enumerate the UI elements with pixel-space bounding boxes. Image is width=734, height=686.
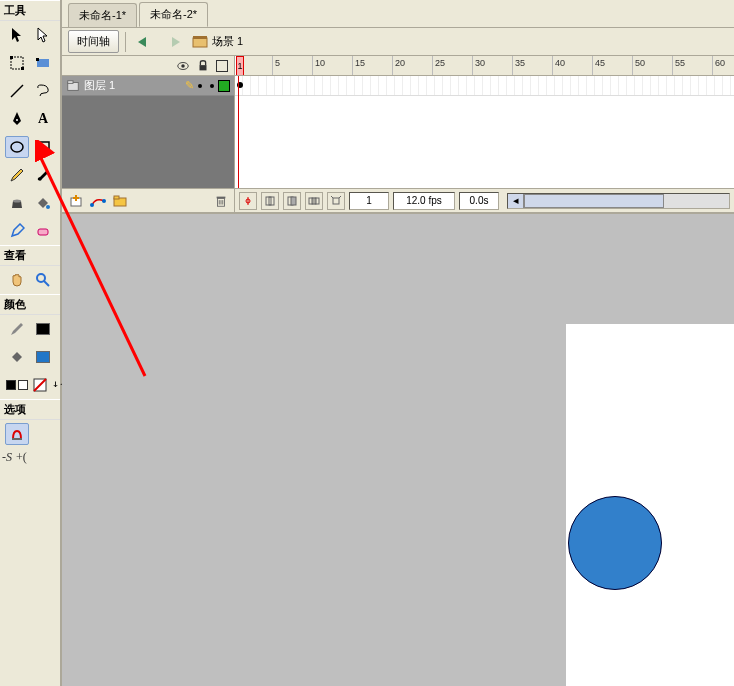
pencil-tool[interactable]: [5, 164, 29, 186]
tab-doc2[interactable]: 未命名-2*: [139, 2, 208, 27]
svg-rect-30: [217, 196, 226, 198]
lock-icon[interactable]: [196, 59, 210, 73]
modify-onion-markers-btn[interactable]: [327, 192, 345, 210]
svg-rect-39: [291, 197, 296, 205]
center-frame-btn[interactable]: [239, 192, 257, 210]
svg-line-5: [11, 85, 23, 97]
svg-rect-18: [193, 36, 207, 39]
oval-shape[interactable]: [568, 496, 662, 590]
main-area: 未命名-1* 未命名-2* 时间轴 场景 1 1 5 10: [62, 0, 734, 686]
rectangle-tool[interactable]: [31, 136, 55, 158]
ruler-tick: 25: [432, 56, 445, 75]
fill-swatch: [36, 351, 50, 363]
stroke-swatch: [36, 323, 50, 335]
svg-rect-8: [37, 142, 49, 152]
ruler-frame-1[interactable]: 1: [236, 56, 244, 75]
pen-tool[interactable]: [5, 108, 29, 130]
ink-bottle-tool[interactable]: [5, 192, 29, 214]
ruler-tick: 5: [272, 56, 280, 75]
ruler-tick: 45: [592, 56, 605, 75]
selection-tool[interactable]: [5, 24, 29, 46]
svg-point-12: [37, 274, 45, 282]
stroke-color-swatch[interactable]: [31, 318, 55, 340]
forward-arrow-btn[interactable]: [162, 32, 186, 52]
svg-rect-16: [12, 438, 22, 440]
edit-multiple-frames-btn[interactable]: [305, 192, 323, 210]
eyedropper-tool[interactable]: [5, 220, 29, 242]
line-tool[interactable]: [5, 80, 29, 102]
fill-color-swatch[interactable]: [31, 346, 55, 368]
svg-line-13: [44, 281, 49, 286]
hscroll-left-btn[interactable]: ◂: [508, 194, 524, 208]
view-section-title: 查看: [0, 245, 60, 266]
svg-point-7: [11, 142, 23, 152]
frames-area[interactable]: [235, 76, 734, 188]
delete-layer-btn[interactable]: [214, 194, 228, 208]
eye-icon[interactable]: [176, 59, 190, 73]
brush-tool[interactable]: [31, 164, 55, 186]
svg-rect-43: [333, 198, 339, 204]
lasso-tool[interactable]: [31, 80, 55, 102]
text-tool[interactable]: A: [31, 108, 55, 130]
svg-rect-1: [10, 56, 13, 59]
stroke-color-btn[interactable]: [5, 318, 29, 340]
black-and-white-btn[interactable]: [5, 374, 29, 396]
eraser-tool[interactable]: [31, 220, 55, 242]
svg-rect-17: [193, 38, 207, 47]
ruler-tick: 20: [392, 56, 405, 75]
layer-pencil-icon: ✎: [185, 79, 194, 92]
oval-tool[interactable]: [5, 136, 29, 158]
timeline-status: 1 12.0 fps 0.0s ◂: [235, 189, 734, 212]
scene-breadcrumb[interactable]: 场景 1: [192, 34, 243, 49]
timeline-body: 图层 1 ✎: [62, 76, 734, 188]
fill-color-btn[interactable]: [5, 346, 29, 368]
svg-rect-28: [114, 196, 119, 199]
svg-point-25: [90, 203, 94, 207]
tools-panel: 工具 A 查看 颜色: [0, 0, 62, 686]
svg-point-9: [13, 200, 21, 203]
ruler-tick: 30: [472, 56, 485, 75]
subselection-tool[interactable]: [31, 24, 55, 46]
colors-section-title: 颜色: [0, 294, 60, 315]
no-color-btn[interactable]: [31, 374, 49, 396]
svg-rect-4: [36, 58, 39, 61]
paint-bucket-tool[interactable]: [31, 192, 55, 214]
back-arrow-btn[interactable]: [132, 32, 156, 52]
outline-icon[interactable]: [216, 60, 228, 72]
tab-doc1[interactable]: 未命名-1*: [68, 3, 137, 27]
hscroll-thumb[interactable]: [524, 194, 664, 208]
straighten-option[interactable]: +(: [16, 450, 27, 465]
timeline-panel: 1 5 10 15 20 25 30 35 40 45 50 55 60 图层 …: [62, 56, 734, 214]
gradient-transform-tool[interactable]: [31, 52, 55, 74]
hand-tool[interactable]: [5, 269, 29, 291]
onion-skin-btn[interactable]: [261, 192, 279, 210]
add-layer-btn[interactable]: [68, 193, 84, 209]
svg-rect-23: [68, 80, 73, 83]
zoom-tool[interactable]: [31, 269, 55, 291]
timeline-footer: 1 12.0 fps 0.0s ◂: [62, 188, 734, 212]
stage-area[interactable]: [62, 214, 734, 686]
ruler-tick: 50: [632, 56, 645, 75]
add-motion-guide-btn[interactable]: [90, 193, 106, 209]
onion-skin-outlines-btn[interactable]: [283, 192, 301, 210]
layer-color-swatch[interactable]: [218, 80, 230, 92]
ruler-tick: 15: [352, 56, 365, 75]
scene-icon: [192, 35, 208, 49]
svg-rect-2: [21, 67, 24, 70]
playhead[interactable]: [238, 76, 239, 188]
free-transform-tool[interactable]: [5, 52, 29, 74]
frames-row[interactable]: [235, 76, 734, 96]
add-folder-btn[interactable]: [112, 193, 128, 209]
timeline-toggle-btn[interactable]: 时间轴: [68, 30, 119, 53]
layer-ops: [62, 189, 235, 212]
smooth-option[interactable]: -S: [2, 450, 12, 465]
elapsed-time-field: 0.0s: [459, 192, 499, 210]
svg-rect-11: [38, 229, 48, 235]
frames-ruler[interactable]: 1 5 10 15 20 25 30 35 40 45 50 55 60: [235, 56, 734, 75]
layer-row[interactable]: 图层 1 ✎: [62, 76, 234, 96]
timeline-hscrollbar[interactable]: ◂: [507, 193, 730, 209]
ruler-tick: 60: [712, 56, 725, 75]
layer-visibility-dots[interactable]: [198, 84, 214, 88]
snap-to-object-btn[interactable]: [5, 423, 29, 445]
fps-field: 12.0 fps: [393, 192, 455, 210]
